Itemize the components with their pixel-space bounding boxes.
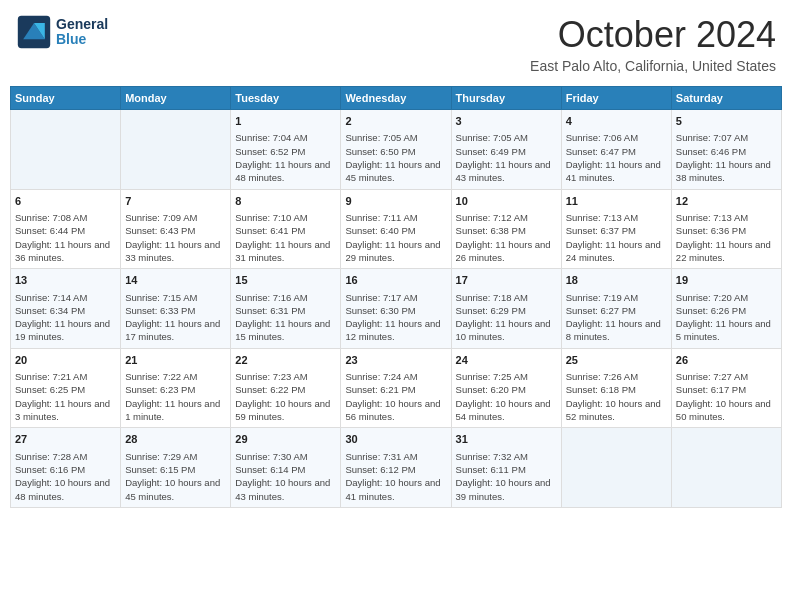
day-cell: 14Sunrise: 7:15 AM Sunset: 6:33 PM Dayli… bbox=[121, 269, 231, 349]
day-number: 22 bbox=[235, 353, 336, 368]
day-info: Sunrise: 7:10 AM Sunset: 6:41 PM Dayligh… bbox=[235, 211, 336, 264]
page-header: General Blue October 2024 East Palo Alto… bbox=[10, 10, 782, 78]
day-number: 25 bbox=[566, 353, 667, 368]
day-cell: 25Sunrise: 7:26 AM Sunset: 6:18 PM Dayli… bbox=[561, 348, 671, 428]
day-info: Sunrise: 7:13 AM Sunset: 6:37 PM Dayligh… bbox=[566, 211, 667, 264]
day-number: 2 bbox=[345, 114, 446, 129]
day-cell: 19Sunrise: 7:20 AM Sunset: 6:26 PM Dayli… bbox=[671, 269, 781, 349]
day-number: 13 bbox=[15, 273, 116, 288]
day-number: 28 bbox=[125, 432, 226, 447]
col-header-sunday: Sunday bbox=[11, 87, 121, 110]
day-cell: 23Sunrise: 7:24 AM Sunset: 6:21 PM Dayli… bbox=[341, 348, 451, 428]
title-block: October 2024 East Palo Alto, California,… bbox=[530, 14, 776, 74]
day-info: Sunrise: 7:04 AM Sunset: 6:52 PM Dayligh… bbox=[235, 131, 336, 184]
day-cell: 22Sunrise: 7:23 AM Sunset: 6:22 PM Dayli… bbox=[231, 348, 341, 428]
logo-icon bbox=[16, 14, 52, 50]
col-header-friday: Friday bbox=[561, 87, 671, 110]
day-cell bbox=[561, 428, 671, 508]
day-info: Sunrise: 7:20 AM Sunset: 6:26 PM Dayligh… bbox=[676, 291, 777, 344]
day-info: Sunrise: 7:08 AM Sunset: 6:44 PM Dayligh… bbox=[15, 211, 116, 264]
day-number: 31 bbox=[456, 432, 557, 447]
day-info: Sunrise: 7:06 AM Sunset: 6:47 PM Dayligh… bbox=[566, 131, 667, 184]
day-info: Sunrise: 7:17 AM Sunset: 6:30 PM Dayligh… bbox=[345, 291, 446, 344]
day-number: 1 bbox=[235, 114, 336, 129]
day-number: 4 bbox=[566, 114, 667, 129]
location: East Palo Alto, California, United State… bbox=[530, 58, 776, 74]
day-info: Sunrise: 7:18 AM Sunset: 6:29 PM Dayligh… bbox=[456, 291, 557, 344]
day-info: Sunrise: 7:32 AM Sunset: 6:11 PM Dayligh… bbox=[456, 450, 557, 503]
day-cell: 9Sunrise: 7:11 AM Sunset: 6:40 PM Daylig… bbox=[341, 189, 451, 269]
day-cell: 16Sunrise: 7:17 AM Sunset: 6:30 PM Dayli… bbox=[341, 269, 451, 349]
day-cell: 27Sunrise: 7:28 AM Sunset: 6:16 PM Dayli… bbox=[11, 428, 121, 508]
day-number: 12 bbox=[676, 194, 777, 209]
day-number: 29 bbox=[235, 432, 336, 447]
day-info: Sunrise: 7:12 AM Sunset: 6:38 PM Dayligh… bbox=[456, 211, 557, 264]
day-number: 11 bbox=[566, 194, 667, 209]
day-number: 16 bbox=[345, 273, 446, 288]
day-cell: 4Sunrise: 7:06 AM Sunset: 6:47 PM Daylig… bbox=[561, 110, 671, 190]
day-number: 21 bbox=[125, 353, 226, 368]
day-number: 9 bbox=[345, 194, 446, 209]
day-number: 30 bbox=[345, 432, 446, 447]
day-cell: 7Sunrise: 7:09 AM Sunset: 6:43 PM Daylig… bbox=[121, 189, 231, 269]
day-cell: 21Sunrise: 7:22 AM Sunset: 6:23 PM Dayli… bbox=[121, 348, 231, 428]
logo-general: General bbox=[56, 17, 108, 32]
day-info: Sunrise: 7:25 AM Sunset: 6:20 PM Dayligh… bbox=[456, 370, 557, 423]
day-cell: 8Sunrise: 7:10 AM Sunset: 6:41 PM Daylig… bbox=[231, 189, 341, 269]
day-number: 8 bbox=[235, 194, 336, 209]
day-number: 26 bbox=[676, 353, 777, 368]
day-cell bbox=[121, 110, 231, 190]
day-cell: 18Sunrise: 7:19 AM Sunset: 6:27 PM Dayli… bbox=[561, 269, 671, 349]
day-info: Sunrise: 7:07 AM Sunset: 6:46 PM Dayligh… bbox=[676, 131, 777, 184]
day-info: Sunrise: 7:28 AM Sunset: 6:16 PM Dayligh… bbox=[15, 450, 116, 503]
logo: General Blue bbox=[16, 14, 108, 50]
day-cell: 10Sunrise: 7:12 AM Sunset: 6:38 PM Dayli… bbox=[451, 189, 561, 269]
week-row-4: 20Sunrise: 7:21 AM Sunset: 6:25 PM Dayli… bbox=[11, 348, 782, 428]
day-info: Sunrise: 7:24 AM Sunset: 6:21 PM Dayligh… bbox=[345, 370, 446, 423]
day-info: Sunrise: 7:09 AM Sunset: 6:43 PM Dayligh… bbox=[125, 211, 226, 264]
day-number: 20 bbox=[15, 353, 116, 368]
day-info: Sunrise: 7:11 AM Sunset: 6:40 PM Dayligh… bbox=[345, 211, 446, 264]
day-info: Sunrise: 7:05 AM Sunset: 6:50 PM Dayligh… bbox=[345, 131, 446, 184]
calendar-table: SundayMondayTuesdayWednesdayThursdayFrid… bbox=[10, 86, 782, 508]
day-number: 5 bbox=[676, 114, 777, 129]
day-cell bbox=[11, 110, 121, 190]
month-title: October 2024 bbox=[530, 14, 776, 56]
day-info: Sunrise: 7:19 AM Sunset: 6:27 PM Dayligh… bbox=[566, 291, 667, 344]
col-header-wednesday: Wednesday bbox=[341, 87, 451, 110]
logo-text: General Blue bbox=[56, 17, 108, 48]
day-cell: 15Sunrise: 7:16 AM Sunset: 6:31 PM Dayli… bbox=[231, 269, 341, 349]
day-info: Sunrise: 7:05 AM Sunset: 6:49 PM Dayligh… bbox=[456, 131, 557, 184]
day-cell: 20Sunrise: 7:21 AM Sunset: 6:25 PM Dayli… bbox=[11, 348, 121, 428]
day-info: Sunrise: 7:14 AM Sunset: 6:34 PM Dayligh… bbox=[15, 291, 116, 344]
day-number: 6 bbox=[15, 194, 116, 209]
day-cell: 13Sunrise: 7:14 AM Sunset: 6:34 PM Dayli… bbox=[11, 269, 121, 349]
day-cell: 11Sunrise: 7:13 AM Sunset: 6:37 PM Dayli… bbox=[561, 189, 671, 269]
day-number: 18 bbox=[566, 273, 667, 288]
day-cell: 2Sunrise: 7:05 AM Sunset: 6:50 PM Daylig… bbox=[341, 110, 451, 190]
day-info: Sunrise: 7:26 AM Sunset: 6:18 PM Dayligh… bbox=[566, 370, 667, 423]
day-info: Sunrise: 7:13 AM Sunset: 6:36 PM Dayligh… bbox=[676, 211, 777, 264]
header-row: SundayMondayTuesdayWednesdayThursdayFrid… bbox=[11, 87, 782, 110]
col-header-saturday: Saturday bbox=[671, 87, 781, 110]
day-cell: 5Sunrise: 7:07 AM Sunset: 6:46 PM Daylig… bbox=[671, 110, 781, 190]
day-cell: 30Sunrise: 7:31 AM Sunset: 6:12 PM Dayli… bbox=[341, 428, 451, 508]
day-cell: 17Sunrise: 7:18 AM Sunset: 6:29 PM Dayli… bbox=[451, 269, 561, 349]
day-number: 19 bbox=[676, 273, 777, 288]
day-number: 17 bbox=[456, 273, 557, 288]
day-cell: 12Sunrise: 7:13 AM Sunset: 6:36 PM Dayli… bbox=[671, 189, 781, 269]
day-number: 15 bbox=[235, 273, 336, 288]
day-cell: 1Sunrise: 7:04 AM Sunset: 6:52 PM Daylig… bbox=[231, 110, 341, 190]
week-row-3: 13Sunrise: 7:14 AM Sunset: 6:34 PM Dayli… bbox=[11, 269, 782, 349]
day-info: Sunrise: 7:30 AM Sunset: 6:14 PM Dayligh… bbox=[235, 450, 336, 503]
day-cell: 28Sunrise: 7:29 AM Sunset: 6:15 PM Dayli… bbox=[121, 428, 231, 508]
day-cell: 24Sunrise: 7:25 AM Sunset: 6:20 PM Dayli… bbox=[451, 348, 561, 428]
day-info: Sunrise: 7:22 AM Sunset: 6:23 PM Dayligh… bbox=[125, 370, 226, 423]
day-cell bbox=[671, 428, 781, 508]
day-info: Sunrise: 7:31 AM Sunset: 6:12 PM Dayligh… bbox=[345, 450, 446, 503]
day-info: Sunrise: 7:27 AM Sunset: 6:17 PM Dayligh… bbox=[676, 370, 777, 423]
day-number: 27 bbox=[15, 432, 116, 447]
logo-blue: Blue bbox=[56, 32, 108, 47]
col-header-tuesday: Tuesday bbox=[231, 87, 341, 110]
day-info: Sunrise: 7:21 AM Sunset: 6:25 PM Dayligh… bbox=[15, 370, 116, 423]
